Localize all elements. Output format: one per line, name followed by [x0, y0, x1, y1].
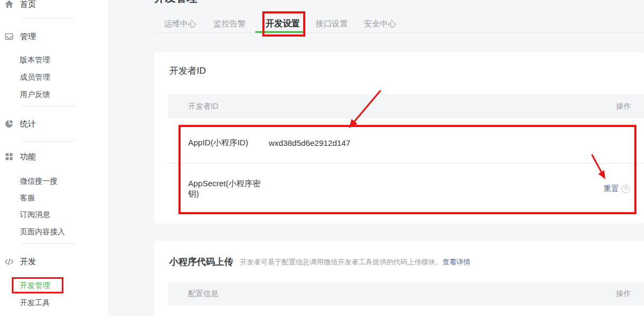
- tab-bar-divider: [154, 32, 644, 33]
- pie-chart-icon: [4, 119, 14, 129]
- appid-label: AppID(小程序ID): [188, 138, 269, 148]
- sidebar-divider: [22, 243, 75, 244]
- table-header-left: 开发者ID: [188, 102, 218, 111]
- sidebar-divider: [22, 18, 75, 18]
- developer-id-card: 开发者ID 开发者ID 操作 AppID(小程序ID) wxd38d5d6e29…: [154, 52, 644, 223]
- sidebar-item-home[interactable]: 首页: [0, 0, 109, 11]
- home-icon: [4, 0, 14, 9]
- section-title-developer-id: 开发者ID: [169, 65, 206, 77]
- grid-icon: [4, 152, 14, 161]
- tab-api-settings[interactable]: 接口设置: [316, 18, 348, 29]
- tab-monitor-alert[interactable]: 监控告警: [213, 18, 246, 29]
- sidebar-item-label: 管理: [20, 30, 36, 44]
- sidebar-item-subscribe-message[interactable]: 订阅消息: [20, 207, 50, 221]
- wechat-miniprogram-console: 首页 管理 版本管理 成员管理 用户反馈 统计 功能 微信搜一搜 客服: [0, 0, 644, 316]
- section-title-code-upload: 小程序代码上传: [169, 256, 233, 268]
- sidebar-item-label: 统计: [20, 117, 36, 131]
- appid-value: wxd38d5d6e2912d147: [269, 138, 350, 148]
- sidebar-item-label: 开发: [20, 255, 36, 269]
- table-header-right: 操作: [616, 102, 631, 111]
- sidebar-item-user-feedback[interactable]: 用户反馈: [20, 87, 50, 101]
- sidebar-item-manage[interactable]: 管理: [0, 30, 109, 44]
- table-header: 配置信息 操作: [168, 283, 644, 305]
- sidebar-item-member-manage[interactable]: 成员管理: [20, 70, 50, 84]
- reset-appsecret-link[interactable]: 重置: [604, 184, 619, 194]
- table-header: 开发者ID 操作: [168, 94, 644, 118]
- table-row-appsecret: AppSecret(小程序密钥) 重置 ?: [168, 163, 644, 214]
- sidebar-item-page-content-access[interactable]: 页面内容接入: [20, 224, 65, 238]
- sidebar-item-customer-service[interactable]: 客服: [20, 191, 35, 205]
- sidebar-item-wechat-search[interactable]: 微信搜一搜: [20, 174, 58, 188]
- code-icon: [4, 257, 14, 266]
- sidebar-item-develop-tools[interactable]: 开发工具: [20, 296, 50, 310]
- tab-security-center[interactable]: 安全中心: [364, 18, 396, 29]
- sidebar-item-features[interactable]: 功能: [0, 150, 109, 164]
- sidebar-divider: [22, 106, 75, 107]
- code-upload-description: 开发者可基于配置信息调用微信开发者工具提供的代码上传模块。: [240, 257, 442, 267]
- table-row-appid: AppID(小程序ID) wxd38d5d6e2912d147: [168, 118, 644, 163]
- sidebar: 首页 管理 版本管理 成员管理 用户反馈 统计 功能 微信搜一搜 客服: [0, 0, 109, 316]
- view-details-link[interactable]: 查看详情: [442, 257, 470, 267]
- sidebar-item-version-manage[interactable]: 版本管理: [20, 53, 50, 67]
- active-tab-underline: [255, 31, 305, 33]
- sidebar-item-label: 功能: [20, 150, 36, 164]
- tab-develop-settings[interactable]: 开发设置: [266, 18, 300, 29]
- sidebar-item-develop[interactable]: 开发: [0, 255, 109, 269]
- table-header-right: 操作: [616, 289, 631, 299]
- table-header-left: 配置信息: [188, 289, 218, 299]
- sidebar-item-statistics[interactable]: 统计: [0, 117, 109, 131]
- sidebar-divider: [22, 141, 75, 142]
- question-circle-icon[interactable]: ?: [621, 185, 630, 193]
- sidebar-item-label: 首页: [20, 0, 36, 11]
- appsecret-label: AppSecret(小程序密钥): [188, 179, 269, 199]
- main-content: 开发管理 运维中心 监控告警 开发设置 接口设置 安全中心 开发者ID 开发者I…: [109, 0, 644, 316]
- page-title: 开发管理: [154, 0, 197, 4]
- code-upload-card: 小程序代码上传 开发者可基于配置信息调用微信开发者工具提供的代码上传模块。 查看…: [154, 241, 644, 316]
- tab-operations-center[interactable]: 运维中心: [164, 18, 196, 29]
- inbox-icon: [4, 32, 14, 41]
- sidebar-item-develop-manage[interactable]: 开发管理: [20, 278, 50, 292]
